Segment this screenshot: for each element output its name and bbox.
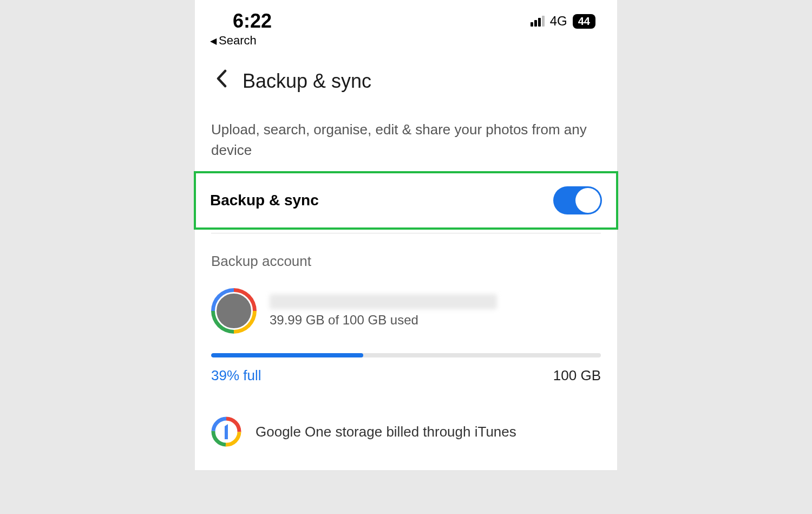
- chevron-left-icon: [215, 69, 227, 88]
- status-right: 4G 44: [531, 14, 595, 29]
- backup-sync-toggle-row: Backup & sync: [194, 171, 618, 230]
- toggle-knob: [575, 188, 600, 213]
- toggle-label: Backup & sync: [210, 192, 319, 209]
- progress-total: 100 GB: [553, 367, 601, 384]
- status-bar: 6:22 4G 44: [195, 0, 617, 32]
- backup-sync-toggle[interactable]: [553, 186, 602, 214]
- back-triangle-icon: ◀: [210, 36, 217, 46]
- phone-screen: 6:22 4G 44 ◀ Search Backup & sync Upload…: [195, 0, 617, 470]
- battery-level: 44: [573, 14, 595, 29]
- back-to-app-button[interactable]: ◀ Search: [195, 32, 617, 48]
- avatar-image: [215, 292, 253, 330]
- back-button[interactable]: [211, 69, 232, 93]
- google-one-icon: [211, 417, 241, 447]
- status-time: 6:22: [233, 10, 272, 32]
- progress-fill: [211, 353, 363, 357]
- billing-row[interactable]: Google One storage billed through iTunes: [195, 389, 617, 463]
- progress-labels: 39% full 100 GB: [211, 357, 601, 384]
- progress-percent: 39% full: [211, 367, 261, 384]
- account-row[interactable]: 39.99 GB of 100 GB used: [195, 278, 617, 339]
- page-header: Backup & sync: [195, 48, 617, 103]
- account-storage-text: 39.99 GB of 100 GB used: [270, 313, 601, 328]
- account-info: 39.99 GB of 100 GB used: [270, 294, 601, 328]
- page-description: Upload, search, organise, edit & share y…: [195, 103, 617, 171]
- billing-text: Google One storage billed through iTunes: [256, 424, 516, 440]
- storage-progress: 39% full 100 GB: [195, 339, 617, 389]
- backup-account-section-label: Backup account: [195, 233, 617, 278]
- avatar: [211, 288, 257, 334]
- back-to-app-label: Search: [219, 34, 257, 48]
- network-label: 4G: [550, 14, 567, 29]
- cellular-signal-icon: [531, 16, 545, 27]
- account-email-redacted: [270, 294, 497, 309]
- page-title: Backup & sync: [243, 70, 371, 93]
- progress-track: [211, 353, 601, 357]
